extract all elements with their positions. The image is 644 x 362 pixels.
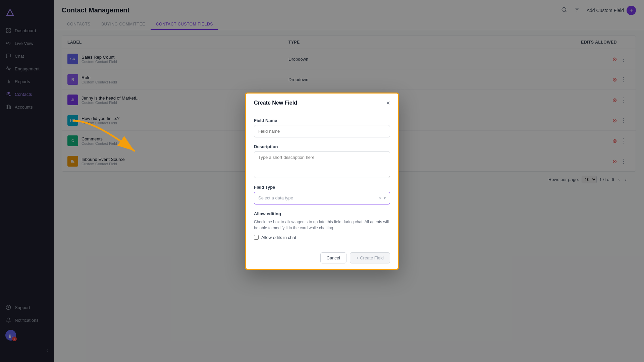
field-type-select[interactable]: Select a data type × ▾ [254, 192, 390, 204]
allow-edits-label: Allow edits in chat [261, 235, 296, 240]
allow-edits-checkbox[interactable] [254, 235, 259, 240]
field-type-group: Field Type Select a data type × ▾ [254, 185, 390, 204]
allow-edits-row: Allow edits in chat [254, 235, 390, 240]
allow-editing-title: Allow editing [254, 211, 390, 216]
modal-footer: Cancel + Create Field [246, 247, 398, 269]
allow-editing-description: Check the box to allow agents to update … [254, 219, 390, 231]
modal-close-button[interactable]: × [386, 100, 390, 106]
field-type-placeholder: Select a data type [258, 195, 379, 200]
modal-body: Field Name Description Field Type Select… [246, 111, 398, 247]
description-label: Description [254, 144, 390, 149]
field-name-group: Field Name [254, 118, 390, 137]
field-name-label: Field Name [254, 118, 390, 123]
select-clear-icon[interactable]: × [379, 195, 382, 201]
field-name-input[interactable] [254, 125, 390, 137]
description-textarea[interactable] [254, 151, 390, 178]
field-type-label: Field Type [254, 185, 390, 190]
create-field-modal: Create New Field × Field Name Descriptio… [245, 93, 399, 270]
cancel-button[interactable]: Cancel [320, 252, 346, 263]
modal-overlay: Create New Field × Field Name Descriptio… [0, 0, 644, 362]
chevron-down-icon: ▾ [384, 196, 386, 200]
modal-title: Create New Field [254, 100, 297, 106]
allow-editing-section: Allow editing Check the box to allow age… [254, 211, 390, 240]
description-group: Description [254, 144, 390, 178]
arrow-annotation [67, 114, 154, 169]
create-field-button[interactable]: + Create Field [350, 252, 390, 263]
modal-header: Create New Field × [246, 94, 398, 111]
